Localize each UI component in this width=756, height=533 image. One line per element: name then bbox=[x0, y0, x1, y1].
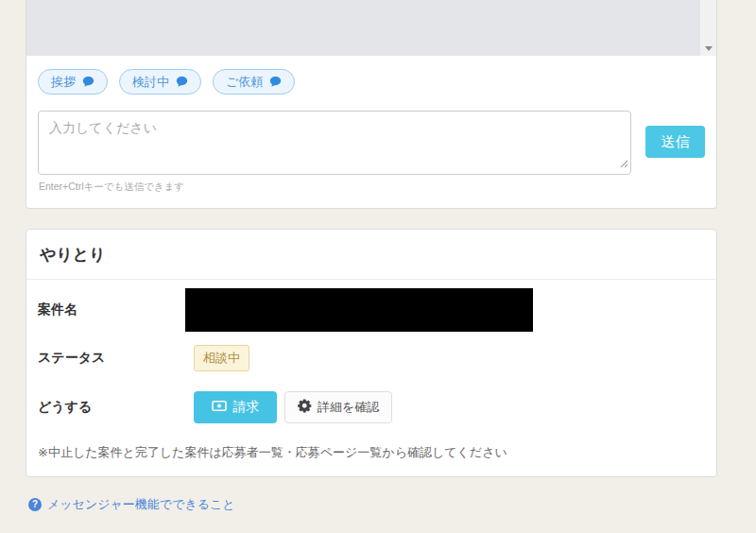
message-input[interactable] bbox=[38, 111, 631, 175]
gear-icon bbox=[298, 399, 312, 416]
card-footnote: ※中止した案件と完了した案件は応募者一覧・応募ページ一覧から確認してください bbox=[26, 444, 716, 461]
redacted-project-name bbox=[185, 288, 533, 332]
scrollbar[interactable] bbox=[700, 0, 716, 56]
interaction-card: やりとり 案件名 ステータス 相談中 どうする 請求 bbox=[26, 229, 717, 477]
scroll-down-icon[interactable] bbox=[705, 46, 713, 51]
resize-grip-icon[interactable] bbox=[620, 155, 628, 172]
action-row: どうする 請求 詳細を確認 bbox=[26, 391, 716, 423]
details-button-label: 詳細を確認 bbox=[318, 399, 379, 416]
messenger-help-link-label: メッセンジャー機能でできること bbox=[47, 496, 235, 513]
message-history-canvas[interactable] bbox=[26, 0, 700, 56]
details-button[interactable]: 詳細を確認 bbox=[284, 391, 392, 423]
invoice-button-label: 請求 bbox=[233, 399, 260, 416]
action-label: どうする bbox=[38, 399, 194, 416]
messenger-help-link[interactable]: ? メッセンジャー機能でできること bbox=[28, 496, 235, 513]
status-badge: 相談中 bbox=[194, 345, 249, 371]
quick-reply-label: ご依頼 bbox=[226, 74, 263, 91]
quick-reply-label: 挨拶 bbox=[51, 74, 76, 91]
chat-panel: 挨拶 検討中 ご依頼 bbox=[26, 0, 717, 209]
status-row: ステータス 相談中 bbox=[26, 345, 716, 371]
send-shortcut-hint: Enter+Ctrlキーでも送信できます bbox=[39, 181, 716, 194]
message-compose-row: 送信 bbox=[26, 95, 716, 175]
quick-reply-considering[interactable]: 検討中 bbox=[119, 69, 201, 95]
question-circle-icon: ? bbox=[28, 498, 42, 511]
send-button[interactable]: 送信 bbox=[645, 126, 705, 158]
page: 挨拶 検討中 ご依頼 bbox=[0, 0, 756, 533]
message-history-area bbox=[26, 0, 716, 56]
quick-reply-request[interactable]: ご依頼 bbox=[213, 69, 295, 95]
speech-bubble-icon bbox=[82, 76, 94, 88]
banknote-icon bbox=[212, 400, 227, 415]
status-label: ステータス bbox=[38, 350, 194, 367]
project-name-label: 案件名 bbox=[38, 301, 194, 318]
speech-bubble-icon bbox=[269, 76, 282, 88]
quick-reply-label: 検討中 bbox=[132, 74, 169, 91]
message-input-wrap bbox=[38, 111, 631, 175]
card-rows: 案件名 ステータス 相談中 どうする 請求 bbox=[26, 280, 716, 423]
quick-reply-row: 挨拶 検討中 ご依頼 bbox=[26, 56, 716, 95]
card-title: やりとり bbox=[26, 230, 716, 279]
project-name-row: 案件名 bbox=[26, 287, 716, 333]
invoice-button[interactable]: 請求 bbox=[194, 391, 277, 423]
speech-bubble-icon bbox=[176, 76, 188, 88]
quick-reply-greeting[interactable]: 挨拶 bbox=[38, 69, 108, 95]
